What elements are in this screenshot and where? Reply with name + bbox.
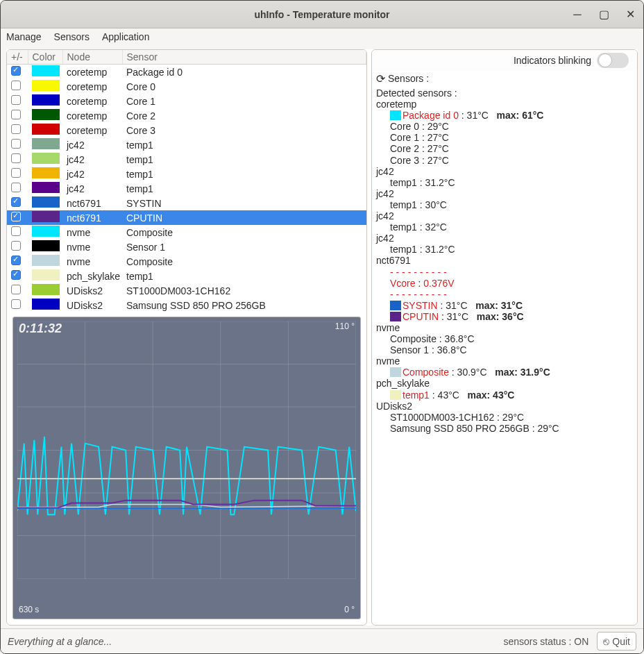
row-checkbox[interactable] <box>11 183 21 192</box>
menu-manage[interactable]: Manage <box>6 31 42 42</box>
sensor-line: Core 1 : 27°C <box>390 132 633 143</box>
sensor-line: temp1 : 31.2°C <box>390 177 633 188</box>
col-toggle[interactable]: +/- <box>7 50 28 65</box>
sensor-cell: Composite <box>122 225 366 240</box>
sensor-cell: CPUTIN <box>122 210 366 225</box>
separator: - - - - - - - - - - <box>390 289 633 300</box>
table-row[interactable]: coretempCore 3 <box>7 123 366 137</box>
node-cell: jc42 <box>62 137 122 152</box>
table-row[interactable]: UDisks2ST1000DM003-1CH162 <box>7 283 366 298</box>
sensor-cell: ST1000DM003-1CH162 <box>122 283 366 298</box>
blink-toggle[interactable] <box>597 53 629 68</box>
node-cell: jc42 <box>62 167 122 181</box>
line-swatch <box>390 110 401 120</box>
graph-canvas <box>17 321 356 579</box>
sensors-header: ⟳ Sensors : <box>372 71 637 86</box>
table-row[interactable]: coretempCore 0 <box>7 79 366 94</box>
row-checkbox[interactable] <box>11 168 21 178</box>
table-row[interactable]: coretempPackage id 0 <box>7 65 366 80</box>
color-swatch <box>32 124 60 135</box>
table-row[interactable]: jc42temp1 <box>7 181 366 196</box>
window-title: uhInfo - Temperature monitor <box>255 9 390 20</box>
menu-sensors[interactable]: Sensors <box>54 31 90 42</box>
menu-application[interactable]: Application <box>102 31 150 42</box>
quit-label: Quit <box>612 636 630 647</box>
color-swatch <box>32 211 60 222</box>
node-cell: nct6791 <box>62 210 122 225</box>
sensor-cell: Sensor 1 <box>122 240 366 254</box>
line-swatch <box>390 301 401 310</box>
node-cell: nvme <box>62 240 122 254</box>
sensor-group-header: jc42 <box>376 233 633 244</box>
sensor-group-header: jc42 <box>376 210 633 221</box>
row-checkbox[interactable] <box>11 255 21 265</box>
sensor-cell: Samsung SSD 850 PRO 256GB <box>122 298 366 312</box>
sensor-line: temp1 : 32°C <box>390 221 633 233</box>
sensor-line: temp1 : 30°C <box>390 199 633 210</box>
sensor-cell: SYSTIN <box>122 196 366 210</box>
table-row[interactable]: nvmeComposite <box>7 225 366 240</box>
table-row[interactable]: jc42temp1 <box>7 152 366 167</box>
col-node[interactable]: Node <box>62 50 122 65</box>
sensor-cell: Core 3 <box>122 123 366 137</box>
row-checkbox[interactable] <box>11 110 21 119</box>
graph-deg-top: 110 ° <box>335 321 355 331</box>
sensor-line: temp1 : 31.2°C <box>390 244 633 255</box>
row-checkbox[interactable] <box>11 95 21 105</box>
table-row[interactable]: coretempCore 1 <box>7 94 366 108</box>
node-cell: coretemp <box>62 79 122 94</box>
table-row[interactable]: nvmeSensor 1 <box>7 240 366 254</box>
maximize-icon[interactable]: ▢ <box>598 8 610 21</box>
sensors-readout[interactable]: Detected sensors : coretempPackage id 0 … <box>372 86 637 625</box>
table-row[interactable]: pch_skylaketemp1 <box>7 269 366 283</box>
color-swatch <box>32 138 60 149</box>
row-checkbox[interactable] <box>11 226 21 236</box>
sensor-line: Sensor 1 : 36.8°C <box>390 344 633 355</box>
sensor-line: Package id 0 : 31°C max: 61°C <box>390 110 633 121</box>
quit-button[interactable]: ⎋ Quit <box>597 632 636 651</box>
sensor-line: Samsung SSD 850 PRO 256GB : 29°C <box>390 423 633 434</box>
row-checkbox[interactable] <box>11 153 21 163</box>
node-cell: UDisks2 <box>62 298 122 312</box>
node-cell: coretemp <box>62 65 122 80</box>
row-checkbox[interactable] <box>11 81 21 90</box>
menubar: Manage Sensors Application <box>1 28 643 45</box>
row-checkbox[interactable] <box>11 139 21 149</box>
sensor-group-header: nvme <box>376 322 633 333</box>
sensor-line: Composite : 30.9°C max: 31.9°C <box>390 367 633 378</box>
color-swatch <box>32 94 60 106</box>
close-icon[interactable]: ✕ <box>624 8 636 21</box>
table-row[interactable]: jc42temp1 <box>7 167 366 181</box>
separator: - - - - - - - - - - <box>390 267 633 278</box>
node-cell: coretemp <box>62 108 122 123</box>
minimize-icon[interactable]: ─ <box>571 8 584 21</box>
sensor-line: temp1 : 43°C max: 43°C <box>390 389 633 401</box>
table-row[interactable]: jc42temp1 <box>7 137 366 152</box>
table-row[interactable]: nct6791CPUTIN <box>7 210 366 225</box>
row-checkbox[interactable] <box>11 241 21 251</box>
table-row[interactable]: UDisks2Samsung SSD 850 PRO 256GB <box>7 298 366 312</box>
refresh-icon[interactable]: ⟳ <box>376 72 385 85</box>
col-color[interactable]: Color <box>28 50 62 65</box>
row-checkbox[interactable] <box>11 285 21 294</box>
row-checkbox[interactable] <box>11 66 21 76</box>
row-checkbox[interactable] <box>11 212 21 221</box>
detected-title: Detected sensors : <box>376 87 633 99</box>
line-swatch <box>390 367 401 377</box>
row-checkbox[interactable] <box>11 124 21 134</box>
sensor-cell: Core 0 <box>122 79 366 94</box>
sensor-cell: temp1 <box>122 269 366 283</box>
row-checkbox[interactable] <box>11 299 21 309</box>
graph-uptime: 0:11:32 <box>19 321 62 336</box>
table-row[interactable]: coretempCore 2 <box>7 108 366 123</box>
sensors-title: Sensors : <box>388 73 429 84</box>
row-checkbox[interactable] <box>11 270 21 280</box>
graph-seconds: 630 s <box>19 605 39 614</box>
sensor-cell: Composite <box>122 254 366 269</box>
row-checkbox[interactable] <box>11 197 21 207</box>
table-row[interactable]: nct6791SYSTIN <box>7 196 366 210</box>
sensor-list[interactable]: +/- Color Node Sensor coretempPackage id… <box>7 50 366 312</box>
table-row[interactable]: nvmeComposite <box>7 254 366 269</box>
window-controls: ─ ▢ ✕ <box>571 1 636 28</box>
col-sensor[interactable]: Sensor <box>122 50 366 65</box>
